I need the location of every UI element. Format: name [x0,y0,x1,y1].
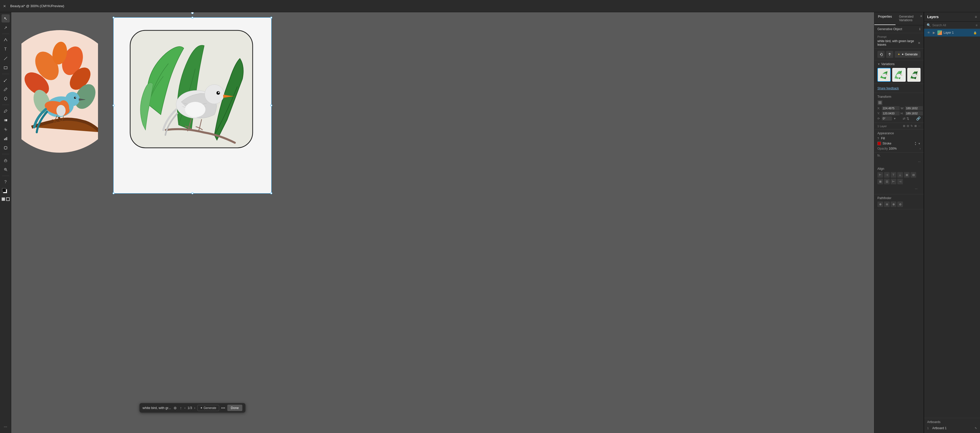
distribute-gap-v-button[interactable]: ⊣ [897,179,903,184]
align-center-h-button[interactable]: ⊣ [884,172,890,178]
layer-item-1[interactable]: 👁 ▶ Layer 1 🔒 [924,29,980,37]
stroke-indicator[interactable] [6,197,10,201]
gradient-tool[interactable] [2,116,10,124]
svg-point-3 [4,97,7,100]
transform-y-input[interactable] [882,111,900,115]
align-bottom-button[interactable]: ⊟ [911,172,916,178]
mesh-tool[interactable] [2,125,10,134]
angle-dropdown[interactable]: ▼ [894,117,896,120]
layers-filter-button[interactable]: ≡ [976,24,977,27]
variations-header: ▼ Variations [877,62,921,66]
line-tool[interactable] [2,54,10,62]
eyedropper-tool[interactable] [2,107,10,115]
stroke-dropdown[interactable]: ▼ [918,142,921,145]
svg-point-43 [885,73,887,76]
color-swatches[interactable] [2,188,9,195]
share-feedback-link[interactable]: Share feedback [877,86,899,90]
align-more-button[interactable]: ··· [877,185,921,192]
variation-thumb-3[interactable] [907,68,921,82]
transform-w-input[interactable] [905,106,923,110]
transform-angle-input[interactable] [882,116,892,121]
align-center-v-button[interactable]: ⊞ [904,172,910,178]
distribute-h-button[interactable]: ⊠ [877,179,883,184]
transform-grid-icon[interactable] [877,100,883,105]
fill-indicator[interactable] [2,197,5,201]
tab-properties[interactable]: Properties [874,12,896,25]
pen-tool[interactable] [2,36,10,44]
chart-tool[interactable] [2,135,10,143]
layer-visibility-button[interactable]: 👁 [927,31,931,35]
layer-arrange-icon[interactable]: ⊟ [907,124,909,127]
artboard-edit-button[interactable]: ✎ [975,427,977,430]
panel-more-button[interactable]: ··· [874,158,924,165]
variation-thumb-1[interactable] [877,68,891,82]
generative-info-icon[interactable]: ℹ [919,27,921,31]
pathfinder-exclude-button[interactable]: ⊘ [897,201,903,207]
tab-generated-variations[interactable]: Generated Variations [896,12,919,25]
flip-v-button[interactable]: ⇅ [907,117,909,121]
layer-expand-button[interactable]: ▶ [933,31,936,35]
inline-next-btn[interactable]: › [194,406,195,410]
svg-point-2 [4,81,5,82]
pathfinder-minus-button[interactable]: ⊖ [884,201,890,207]
variation-thumb-2[interactable] [892,68,905,82]
more-tools-button[interactable]: ··· [2,423,10,431]
align-top-button[interactable]: ⊥ [897,172,903,178]
inline-ellipsis-btn[interactable]: ••• [221,406,225,410]
distribute-v-button[interactable]: ⊡ [884,179,890,184]
flip-h-button[interactable]: ⇄ [903,117,905,121]
align-left-button[interactable]: ⊢ [877,172,883,178]
pathfinder-unite-button[interactable]: ⊕ [877,201,883,207]
zoom-tool[interactable] [2,166,10,174]
inline-prompt-text: white bird, with gr... [143,406,171,410]
blob-tool[interactable] [2,94,10,103]
inline-icon1[interactable]: ⊕ [173,405,177,411]
inline-icon2[interactable]: ↑ [180,405,183,411]
layer-scale-icon[interactable]: ⊠ [915,124,917,127]
prompt-clear-button[interactable]: ✕ [918,41,921,45]
align-right-button[interactable]: ⊤ [891,172,896,178]
pencil-tool[interactable] [2,85,10,94]
paintbrush-tool[interactable] [2,76,10,84]
selection-tool[interactable]: ↖ [2,14,10,22]
transform-inputs: X: W: Y: H: [877,106,921,115]
opacity-chevron[interactable]: › [920,147,921,150]
panel-collapse-icon[interactable]: ≡ [919,12,924,25]
inline-done-button[interactable]: Done [227,405,242,411]
generate-main-button[interactable]: ✦ ✦ Generate [895,51,921,58]
layers-collapse-button[interactable]: ≡ [975,15,977,19]
tab-close-button[interactable]: ✕ [3,4,6,8]
layer-more-icon[interactable]: ··· [918,124,921,127]
transform-x-input[interactable] [882,106,900,110]
layer-align-icon[interactable]: ⊞ [903,124,905,127]
svg-point-34 [56,105,65,116]
transform-h-input[interactable] [905,111,923,115]
question-tool[interactable]: ? [2,178,10,186]
artboard-tool[interactable] [2,144,10,152]
shape-tool[interactable] [2,64,10,72]
canvas-area[interactable]: white bird, with gr... ⊕ ↑ ‹ 1/3 › ✦ Gen… [11,12,874,433]
pathfinder-title: Pathfinder [877,196,921,200]
prompt-label: Prompt [877,35,921,38]
distribute-gap-h-button[interactable]: ⊢ [891,179,896,184]
direct-selection-tool[interactable]: ↗ [2,24,10,32]
constrain-proportions-icon[interactable]: 🔗 [916,116,921,121]
inline-prev-btn[interactable]: ‹ [184,406,185,410]
gen-icon-btn-2[interactable] [886,51,893,58]
appearance-title: Appearance [877,132,921,135]
inline-generate-button[interactable]: ✦ Generate [197,405,219,411]
stroke-color-swatch[interactable] [877,142,881,145]
svg-point-47 [899,74,901,76]
type-tool[interactable]: T [2,45,10,53]
layer-lock-button[interactable]: 🔒 [974,31,977,35]
layer-rotate-icon[interactable]: ↻ [911,124,913,127]
pathfinder-intersect-button[interactable]: ⊗ [891,201,896,207]
gen-icon-btn-1[interactable] [877,51,885,58]
fill-row: ? Fill [877,137,921,140]
layers-search-input[interactable] [932,24,974,27]
artboard-item-1[interactable]: 1 Artboard 1 ✎ [927,425,977,431]
panel-tabs: Properties Generated Variations ≡ [874,12,924,25]
rotation-handle[interactable] [191,12,194,14]
layers-panel: Layers ≡ 🔍 ≡ 👁 ▶ Layer 1 🔒 Artboards 1 A… [924,12,980,433]
hand-tool[interactable] [2,156,10,164]
